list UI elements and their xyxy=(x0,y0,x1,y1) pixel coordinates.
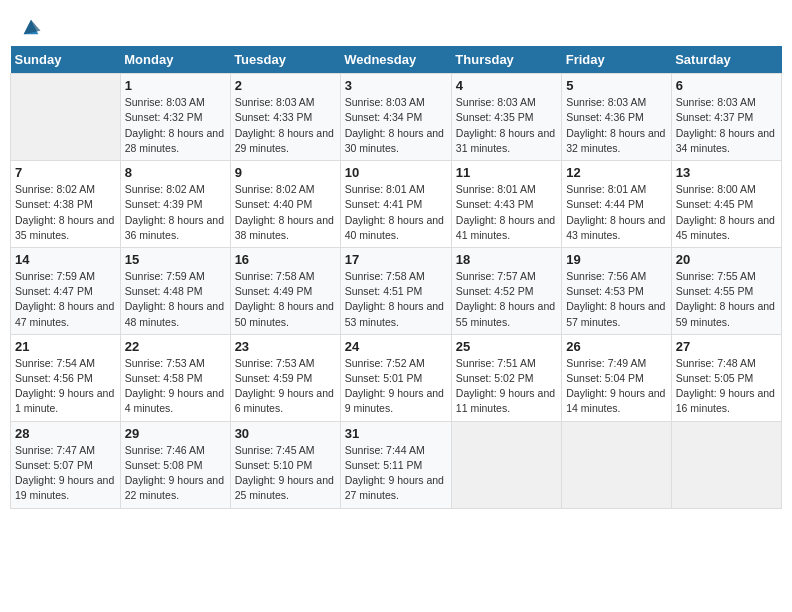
calendar-week-row: 7Sunrise: 8:02 AMSunset: 4:38 PMDaylight… xyxy=(11,161,782,248)
calendar-cell: 15Sunrise: 7:59 AMSunset: 4:48 PMDayligh… xyxy=(120,247,230,334)
calendar-week-row: 28Sunrise: 7:47 AMSunset: 5:07 PMDayligh… xyxy=(11,421,782,508)
calendar-cell: 28Sunrise: 7:47 AMSunset: 5:07 PMDayligh… xyxy=(11,421,121,508)
calendar-cell: 20Sunrise: 7:55 AMSunset: 4:55 PMDayligh… xyxy=(671,247,781,334)
day-info: Sunrise: 7:44 AMSunset: 5:11 PMDaylight:… xyxy=(345,443,447,504)
calendar-cell: 25Sunrise: 7:51 AMSunset: 5:02 PMDayligh… xyxy=(451,334,561,421)
weekday-header: Thursday xyxy=(451,46,561,74)
day-number: 12 xyxy=(566,165,666,180)
day-info: Sunrise: 7:53 AMSunset: 4:59 PMDaylight:… xyxy=(235,356,336,417)
day-info: Sunrise: 7:51 AMSunset: 5:02 PMDaylight:… xyxy=(456,356,557,417)
day-number: 31 xyxy=(345,426,447,441)
calendar-cell xyxy=(671,421,781,508)
day-info: Sunrise: 7:56 AMSunset: 4:53 PMDaylight:… xyxy=(566,269,666,330)
day-number: 4 xyxy=(456,78,557,93)
weekday-header: Sunday xyxy=(11,46,121,74)
day-info: Sunrise: 8:01 AMSunset: 4:44 PMDaylight:… xyxy=(566,182,666,243)
calendar-table: SundayMondayTuesdayWednesdayThursdayFrid… xyxy=(10,46,782,508)
svg-marker-1 xyxy=(24,20,41,35)
weekday-header: Friday xyxy=(562,46,671,74)
day-number: 14 xyxy=(15,252,116,267)
day-number: 1 xyxy=(125,78,226,93)
logo-icon xyxy=(20,16,42,38)
calendar-cell: 24Sunrise: 7:52 AMSunset: 5:01 PMDayligh… xyxy=(340,334,451,421)
day-number: 24 xyxy=(345,339,447,354)
calendar-cell xyxy=(451,421,561,508)
calendar-cell xyxy=(562,421,671,508)
day-number: 8 xyxy=(125,165,226,180)
day-info: Sunrise: 7:59 AMSunset: 4:47 PMDaylight:… xyxy=(15,269,116,330)
calendar-cell: 8Sunrise: 8:02 AMSunset: 4:39 PMDaylight… xyxy=(120,161,230,248)
calendar-cell: 19Sunrise: 7:56 AMSunset: 4:53 PMDayligh… xyxy=(562,247,671,334)
day-info: Sunrise: 7:58 AMSunset: 4:51 PMDaylight:… xyxy=(345,269,447,330)
weekday-header: Saturday xyxy=(671,46,781,74)
day-info: Sunrise: 7:54 AMSunset: 4:56 PMDaylight:… xyxy=(15,356,116,417)
calendar-week-row: 21Sunrise: 7:54 AMSunset: 4:56 PMDayligh… xyxy=(11,334,782,421)
day-info: Sunrise: 8:03 AMSunset: 4:32 PMDaylight:… xyxy=(125,95,226,156)
weekday-header: Monday xyxy=(120,46,230,74)
calendar-cell: 3Sunrise: 8:03 AMSunset: 4:34 PMDaylight… xyxy=(340,74,451,161)
day-number: 29 xyxy=(125,426,226,441)
day-number: 11 xyxy=(456,165,557,180)
calendar-cell: 30Sunrise: 7:45 AMSunset: 5:10 PMDayligh… xyxy=(230,421,340,508)
weekday-header: Wednesday xyxy=(340,46,451,74)
day-info: Sunrise: 8:01 AMSunset: 4:43 PMDaylight:… xyxy=(456,182,557,243)
day-number: 5 xyxy=(566,78,666,93)
day-info: Sunrise: 7:57 AMSunset: 4:52 PMDaylight:… xyxy=(456,269,557,330)
calendar-cell: 13Sunrise: 8:00 AMSunset: 4:45 PMDayligh… xyxy=(671,161,781,248)
calendar-cell: 1Sunrise: 8:03 AMSunset: 4:32 PMDaylight… xyxy=(120,74,230,161)
day-info: Sunrise: 7:49 AMSunset: 5:04 PMDaylight:… xyxy=(566,356,666,417)
page-header xyxy=(10,10,782,38)
calendar-cell: 23Sunrise: 7:53 AMSunset: 4:59 PMDayligh… xyxy=(230,334,340,421)
calendar-cell xyxy=(11,74,121,161)
day-info: Sunrise: 7:48 AMSunset: 5:05 PMDaylight:… xyxy=(676,356,777,417)
day-info: Sunrise: 7:47 AMSunset: 5:07 PMDaylight:… xyxy=(15,443,116,504)
day-number: 21 xyxy=(15,339,116,354)
day-info: Sunrise: 8:02 AMSunset: 4:40 PMDaylight:… xyxy=(235,182,336,243)
day-info: Sunrise: 8:01 AMSunset: 4:41 PMDaylight:… xyxy=(345,182,447,243)
day-info: Sunrise: 7:58 AMSunset: 4:49 PMDaylight:… xyxy=(235,269,336,330)
day-info: Sunrise: 7:59 AMSunset: 4:48 PMDaylight:… xyxy=(125,269,226,330)
day-number: 28 xyxy=(15,426,116,441)
weekday-header: Tuesday xyxy=(230,46,340,74)
day-number: 2 xyxy=(235,78,336,93)
day-info: Sunrise: 8:03 AMSunset: 4:36 PMDaylight:… xyxy=(566,95,666,156)
calendar-cell: 27Sunrise: 7:48 AMSunset: 5:05 PMDayligh… xyxy=(671,334,781,421)
day-number: 7 xyxy=(15,165,116,180)
day-number: 15 xyxy=(125,252,226,267)
calendar-week-row: 1Sunrise: 8:03 AMSunset: 4:32 PMDaylight… xyxy=(11,74,782,161)
day-info: Sunrise: 8:02 AMSunset: 4:39 PMDaylight:… xyxy=(125,182,226,243)
calendar-cell: 26Sunrise: 7:49 AMSunset: 5:04 PMDayligh… xyxy=(562,334,671,421)
day-number: 6 xyxy=(676,78,777,93)
calendar-cell: 5Sunrise: 8:03 AMSunset: 4:36 PMDaylight… xyxy=(562,74,671,161)
day-info: Sunrise: 8:02 AMSunset: 4:38 PMDaylight:… xyxy=(15,182,116,243)
calendar-cell: 4Sunrise: 8:03 AMSunset: 4:35 PMDaylight… xyxy=(451,74,561,161)
calendar-cell: 31Sunrise: 7:44 AMSunset: 5:11 PMDayligh… xyxy=(340,421,451,508)
day-info: Sunrise: 8:03 AMSunset: 4:34 PMDaylight:… xyxy=(345,95,447,156)
calendar-cell: 12Sunrise: 8:01 AMSunset: 4:44 PMDayligh… xyxy=(562,161,671,248)
calendar-cell: 18Sunrise: 7:57 AMSunset: 4:52 PMDayligh… xyxy=(451,247,561,334)
day-number: 18 xyxy=(456,252,557,267)
calendar-cell: 16Sunrise: 7:58 AMSunset: 4:49 PMDayligh… xyxy=(230,247,340,334)
day-number: 9 xyxy=(235,165,336,180)
calendar-cell: 10Sunrise: 8:01 AMSunset: 4:41 PMDayligh… xyxy=(340,161,451,248)
day-info: Sunrise: 8:00 AMSunset: 4:45 PMDaylight:… xyxy=(676,182,777,243)
calendar-cell: 7Sunrise: 8:02 AMSunset: 4:38 PMDaylight… xyxy=(11,161,121,248)
calendar-header: SundayMondayTuesdayWednesdayThursdayFrid… xyxy=(11,46,782,74)
day-info: Sunrise: 7:52 AMSunset: 5:01 PMDaylight:… xyxy=(345,356,447,417)
day-info: Sunrise: 8:03 AMSunset: 4:35 PMDaylight:… xyxy=(456,95,557,156)
day-info: Sunrise: 7:45 AMSunset: 5:10 PMDaylight:… xyxy=(235,443,336,504)
calendar-cell: 9Sunrise: 8:02 AMSunset: 4:40 PMDaylight… xyxy=(230,161,340,248)
calendar-cell: 2Sunrise: 8:03 AMSunset: 4:33 PMDaylight… xyxy=(230,74,340,161)
day-number: 13 xyxy=(676,165,777,180)
calendar-cell: 17Sunrise: 7:58 AMSunset: 4:51 PMDayligh… xyxy=(340,247,451,334)
day-number: 26 xyxy=(566,339,666,354)
day-info: Sunrise: 8:03 AMSunset: 4:33 PMDaylight:… xyxy=(235,95,336,156)
day-number: 10 xyxy=(345,165,447,180)
calendar-cell: 21Sunrise: 7:54 AMSunset: 4:56 PMDayligh… xyxy=(11,334,121,421)
calendar-cell: 11Sunrise: 8:01 AMSunset: 4:43 PMDayligh… xyxy=(451,161,561,248)
day-number: 22 xyxy=(125,339,226,354)
day-number: 20 xyxy=(676,252,777,267)
day-info: Sunrise: 8:03 AMSunset: 4:37 PMDaylight:… xyxy=(676,95,777,156)
day-info: Sunrise: 7:55 AMSunset: 4:55 PMDaylight:… xyxy=(676,269,777,330)
day-number: 30 xyxy=(235,426,336,441)
